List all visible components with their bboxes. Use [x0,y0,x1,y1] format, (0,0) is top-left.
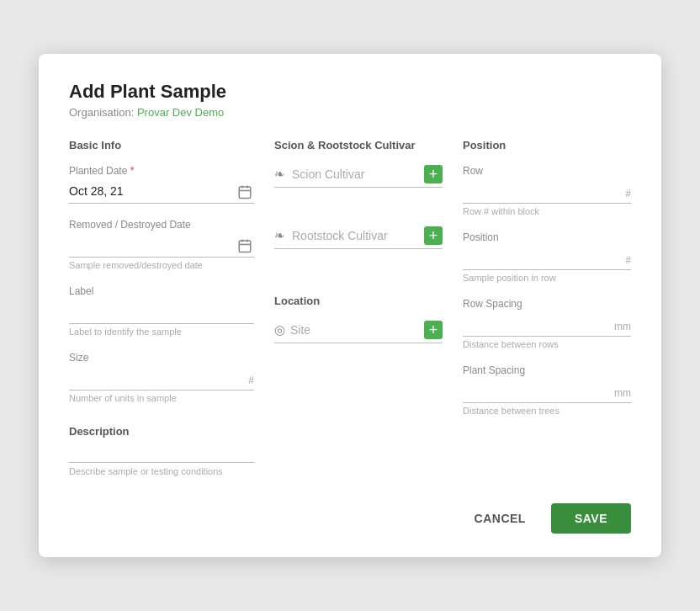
row-hint: Row # within block [463,206,631,216]
row-label: Row [463,165,631,177]
description-label: Description [69,425,254,438]
size-field: Size # Number of units in sample [69,352,254,403]
rootstock-cultivar-placeholder: Rootstock Cultivar [292,229,419,242]
location-header: Location [274,295,443,307]
scion-cultivar-row: ❧ Scion Cultivar + [274,165,443,188]
row-unit: # [625,188,631,199]
form-grid: Basic Info Planted Date Oct 28, 21 Remov… [69,139,631,476]
row-spacing-hint: Distance between rows [463,339,631,349]
planted-date-calendar-icon[interactable] [236,184,254,199]
removed-date-input[interactable] [69,240,236,253]
scion-add-button[interactable]: + [424,165,443,183]
row-spacing-input[interactable] [463,319,611,332]
site-row: ◎ Site + [274,321,443,343]
row-spacing-label: Row Spacing [463,298,631,310]
plant-spacing-hint: Distance between trees [463,406,631,416]
plant-spacing-unit: mm [614,387,631,399]
col3: Position Row # Row # within block Positi… [463,139,631,476]
plant-spacing-field: Plant Spacing mm Distance between trees [463,364,631,416]
row-input-row: # [463,178,631,204]
row-input[interactable] [463,186,622,199]
col1-header: Basic Info [69,139,254,151]
removed-date-calendar-icon[interactable] [236,238,254,253]
position-hint: Sample position in row [463,273,631,283]
planted-date-label: Planted Date [69,165,254,177]
label-input[interactable] [69,306,254,320]
label-field: Label Label to identify the sample [69,285,254,337]
site-placeholder: Site [290,323,419,337]
col2-header: Scion & Rootstock Cultivar [274,139,443,151]
modal-org: Organisation: Provar Dev Demo [69,106,631,119]
size-unit: # [248,375,254,386]
site-location-icon: ◎ [274,322,285,337]
site-field: ◎ Site + [274,321,443,343]
rootstock-plant-icon: ❧ [274,228,285,243]
scion-plant-icon: ❧ [274,167,285,182]
removed-date-label: Removed / Destroyed Date [69,219,254,231]
removed-date-field: Removed / Destroyed Date Sample removed/… [69,219,254,270]
plant-spacing-input-row: mm [463,378,631,403]
planted-date-input-row: Oct 28, 21 [69,178,254,204]
position-input[interactable] [463,252,622,266]
label-label: Label [69,285,254,297]
add-plant-sample-modal: Add Plant Sample Organisation: Provar De… [39,54,661,557]
label-hint: Label to identify the sample [69,327,254,337]
rootstock-add-button[interactable]: + [424,226,443,245]
position-unit: # [625,254,631,266]
size-input[interactable] [69,373,245,386]
row-spacing-input-row: mm [463,311,631,337]
svg-rect-0 [239,187,251,199]
label-input-row [69,299,254,324]
description-area: Description Describe sample or testing c… [69,425,254,476]
size-label: Size [69,352,254,364]
scion-cultivar-placeholder: Scion Cultivar [292,167,419,181]
position-input-row: # [463,245,631,270]
location-section: Location ◎ Site + [274,295,443,359]
svg-rect-4 [239,241,251,252]
save-button[interactable]: SAVE [551,503,631,534]
col1: Basic Info Planted Date Oct 28, 21 Remov… [69,139,254,476]
size-hint: Number of units in sample [69,393,254,403]
planted-date-field: Planted Date Oct 28, 21 [69,165,254,204]
site-add-button[interactable]: + [424,321,443,339]
modal-footer: CANCEL SAVE [69,503,631,534]
rootstock-cultivar-row: ❧ Rootstock Cultivar + [274,226,443,249]
rootstock-cultivar-field: ❧ Rootstock Cultivar + [274,226,443,252]
position-field: Position # Sample position in row [463,231,631,283]
plant-spacing-label: Plant Spacing [463,364,631,376]
scion-cultivar-field: ❧ Scion Cultivar + [274,165,443,191]
cancel-button[interactable]: CANCEL [459,503,541,534]
row-field: Row # Row # within block [463,165,631,216]
org-link[interactable]: Provar Dev Demo [137,106,224,119]
planted-date-value: Oct 28, 21 [69,184,124,199]
description-hint: Describe sample or testing conditions [69,466,254,476]
modal-title: Add Plant Sample [69,81,631,103]
position-label: Position [463,231,631,243]
size-input-row: # [69,365,254,391]
description-input[interactable] [69,446,254,463]
removed-date-hint: Sample removed/destroyed date [69,260,254,270]
col2: Scion & Rootstock Cultivar ❧ Scion Culti… [274,139,443,476]
col3-header: Position [463,139,631,151]
row-spacing-unit: mm [614,321,631,332]
row-spacing-field: Row Spacing mm Distance between rows [463,298,631,349]
plant-spacing-input[interactable] [463,385,611,399]
removed-date-input-row [69,232,254,258]
